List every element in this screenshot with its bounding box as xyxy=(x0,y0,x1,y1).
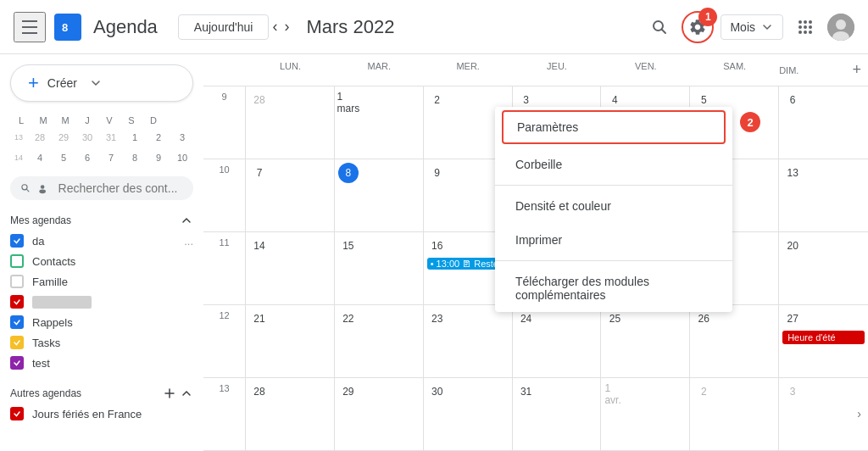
cal-cell-29[interactable]: 29 xyxy=(335,378,424,450)
calendar-checkbox-contacts[interactable] xyxy=(10,254,24,268)
calendar-checkbox-test[interactable] xyxy=(10,356,24,370)
calendar-item-jours-feries[interactable]: Jours fériés en France xyxy=(10,404,193,424)
dropdown-item-densite[interactable]: Densité et couleur xyxy=(495,189,732,223)
mini-week-num: 13 xyxy=(10,127,27,148)
event-chip-heure-ete[interactable]: Heure d'été xyxy=(782,331,865,344)
cal-cell-31[interactable]: 31 xyxy=(513,378,602,450)
calendar-label-da: da xyxy=(32,235,44,248)
prev-month-button[interactable]: ‹ xyxy=(269,13,281,41)
mes-agendas-collapse-icon xyxy=(180,214,193,227)
week-num-10: 10 xyxy=(203,159,246,231)
cal-cell-28[interactable]: 28 xyxy=(246,378,335,450)
month-title: Mars 2022 xyxy=(306,16,394,38)
cal-cell-1-mars[interactable]: 1 mars xyxy=(335,86,424,159)
dropdown-item-parametres[interactable]: Paramètres xyxy=(502,110,726,144)
calendar-item-rappels[interactable]: Rappels xyxy=(10,312,193,332)
cal-cell-26[interactable]: 26 xyxy=(690,305,779,377)
calendar-checkbox-rappels[interactable] xyxy=(10,315,24,329)
dropdown-item-telecharger[interactable]: Télécharger des modules complémentaires xyxy=(495,264,732,312)
cal-cell-22[interactable]: 22 xyxy=(335,305,424,377)
today-button[interactable]: Aujourd'hui xyxy=(178,14,270,40)
add-event-header-button[interactable]: + xyxy=(852,61,861,79)
cal-cell-30[interactable]: 30 xyxy=(424,378,513,450)
check-icon xyxy=(13,237,21,245)
svg-point-18 xyxy=(41,185,45,189)
day-header-jeu: JEU. xyxy=(513,54,602,86)
create-button[interactable]: + Créer xyxy=(10,64,193,102)
svg-line-17 xyxy=(26,189,29,192)
calendar-item-red[interactable] xyxy=(10,292,193,312)
cal-cell-8-today[interactable]: 8 xyxy=(335,159,424,231)
week-num-11: 11 xyxy=(203,232,246,304)
cal-cell-23[interactable]: 23 xyxy=(424,305,513,377)
cal-cell-15[interactable]: 15 xyxy=(335,232,424,304)
autres-agendas-header[interactable]: Autres agendas xyxy=(10,383,193,404)
dropdown-item-corbeille[interactable]: Corbeille xyxy=(495,148,732,181)
cal-cell-27[interactable]: 27 Heure d'été xyxy=(779,305,868,377)
calendar-label-red xyxy=(32,296,92,309)
contact-search[interactable] xyxy=(10,176,193,200)
dropdown-divider-2 xyxy=(495,260,732,261)
search-contacts-input[interactable] xyxy=(58,181,183,195)
cal-cell-28-feb[interactable]: 28 xyxy=(246,86,335,159)
svg-point-9 xyxy=(809,25,812,29)
calendar-item-contacts[interactable]: Contacts xyxy=(10,251,193,271)
calendar-checkbox-jours-feries[interactable] xyxy=(10,407,24,420)
calendar-checkbox-famille[interactable] xyxy=(10,275,24,288)
cal-cell-1-avr[interactable]: 1 avr. xyxy=(601,378,690,450)
mes-agendas-header[interactable]: Mes agendas xyxy=(10,210,193,231)
autres-agendas-collapse-icon xyxy=(180,387,193,400)
cal-cell-6[interactable]: 6 xyxy=(779,86,868,159)
annotation-2: 2 xyxy=(740,112,760,132)
calendar-da-overflow: ... xyxy=(184,235,193,248)
mini-calendar: L M M J V S D 13 28 29 30 31 1 2 3 14 4 xyxy=(0,115,203,168)
day-header-mar: MAR. xyxy=(335,54,424,86)
dropdown-divider-1 xyxy=(495,185,732,186)
calendar-label-famille: Famille xyxy=(32,276,68,288)
hamburger-button[interactable] xyxy=(14,12,46,42)
mes-agendas-section: Mes agendas da ... Contacts F xyxy=(0,210,203,373)
header-nav: Aujourd'hui ‹ › Mars 2022 xyxy=(178,13,395,41)
svg-point-19 xyxy=(40,190,47,194)
calendar-checkbox-da[interactable] xyxy=(10,234,24,248)
mes-agendas-title: Mes agendas xyxy=(10,214,71,226)
cal-cell-13[interactable]: 13 xyxy=(779,159,868,231)
cal-cell-24[interactable]: 24 xyxy=(513,305,602,377)
day-header-mer: MER. xyxy=(424,54,513,86)
cal-cell-14[interactable]: 14 xyxy=(246,232,335,304)
add-autre-agenda-icon[interactable] xyxy=(163,387,176,400)
dropdown-item-imprimer[interactable]: Imprimer xyxy=(495,223,732,257)
cal-cell-25[interactable]: 25 xyxy=(601,305,690,377)
cal-cell-3-avr[interactable]: 3 › xyxy=(779,378,868,450)
mini-cal-day-headers: L M M J V S D xyxy=(10,115,193,125)
search-button[interactable] xyxy=(644,12,675,42)
check-icon-red xyxy=(13,298,21,306)
svg-point-5 xyxy=(804,20,807,24)
user-avatar[interactable] xyxy=(827,14,854,41)
calendar-checkbox-red[interactable] xyxy=(10,295,24,309)
sidebar: + Créer L M M J V S D 13 28 29 30 31 xyxy=(0,54,203,451)
week-num-header xyxy=(203,54,246,86)
search-icon xyxy=(651,19,668,36)
next-period-arrow[interactable]: › xyxy=(854,404,865,424)
cal-cell-21[interactable]: 21 xyxy=(246,305,335,377)
apps-button[interactable] xyxy=(790,12,821,42)
calendar-item-test[interactable]: test xyxy=(10,353,193,373)
week-num-9: 9 xyxy=(203,86,246,159)
cal-cell-20[interactable]: 20 xyxy=(779,232,868,304)
cal-cell-2-avr[interactable]: 2 xyxy=(690,378,779,450)
next-month-button[interactable]: › xyxy=(281,13,292,41)
day-header-sam: SAM. xyxy=(690,54,779,86)
view-label: Mois xyxy=(730,20,755,34)
cal-cell-7[interactable]: 7 xyxy=(246,159,335,231)
autres-agendas-section: Autres agendas Jours fériés en France xyxy=(0,383,203,424)
calendar-item-da[interactable]: da ... xyxy=(10,231,193,251)
calendar-item-famille[interactable]: Famille xyxy=(10,271,193,292)
calendar-item-tasks[interactable]: Tasks xyxy=(10,332,193,353)
main-layout: + Créer L M M J V S D 13 28 29 30 31 xyxy=(0,54,868,451)
app-title: Agenda xyxy=(93,16,158,38)
week-num-13: 13 xyxy=(203,378,246,450)
calendar-week-13: 13 28 29 30 31 1 avr. 2 3 › xyxy=(203,378,868,451)
view-selector[interactable]: Mois xyxy=(721,14,783,40)
calendar-checkbox-tasks[interactable] xyxy=(10,336,24,349)
